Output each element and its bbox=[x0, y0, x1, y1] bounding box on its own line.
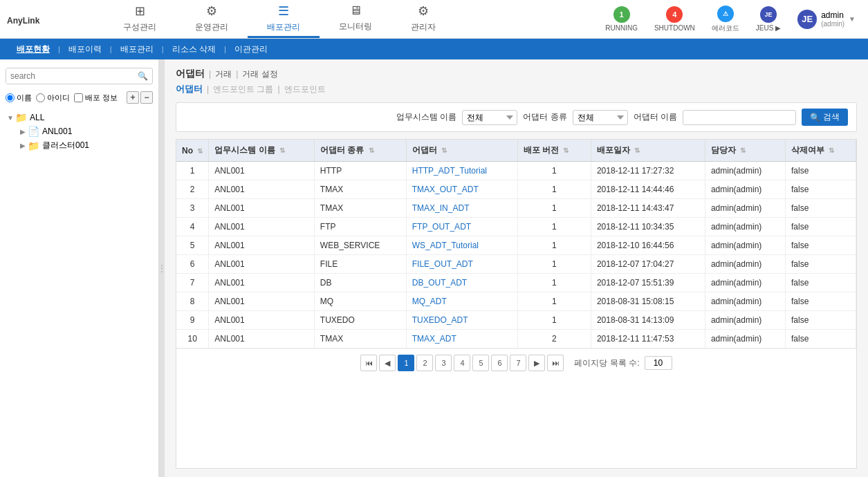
page-next-btn[interactable]: ▶ bbox=[528, 355, 545, 371]
status-shutdown[interactable]: 4 SHUTDOWN bbox=[649, 3, 701, 35]
sub-breadcrumb-ep[interactable]: 엔드포인트 bbox=[284, 84, 326, 95]
subnav-auth[interactable]: 이관관리 bbox=[229, 44, 273, 55]
cell-type: TMAX bbox=[314, 330, 406, 348]
cell-type: TMAX bbox=[314, 199, 406, 218]
sidebar-resizer[interactable]: ⋮ bbox=[159, 59, 165, 477]
cell-adapter[interactable]: FTP_OUT_ADT bbox=[406, 218, 517, 236]
radio-id-input[interactable] bbox=[36, 93, 45, 102]
page-5-btn[interactable]: 5 bbox=[472, 355, 489, 371]
add-btn[interactable]: + bbox=[127, 91, 139, 104]
adapter-name-input[interactable] bbox=[683, 110, 796, 125]
sort-no-icon: ⇅ bbox=[197, 147, 203, 155]
sort-system-icon: ⇅ bbox=[279, 147, 285, 154]
page-prev-btn[interactable]: ◀ bbox=[379, 355, 396, 371]
cell-system: ANL001 bbox=[209, 274, 314, 292]
sub-breadcrumb-ep-group[interactable]: 엔드포인트 그룹 bbox=[213, 84, 273, 95]
tree-item-all[interactable]: ▼ 📁 ALL bbox=[3, 111, 156, 124]
col-deleted: 삭제여부 ⇅ bbox=[786, 140, 856, 162]
table-header-row: No ⇅ 업무시스템 이름 ⇅ 어댑터 종류 ⇅ 어댑터 bbox=[176, 140, 856, 162]
radio-id[interactable]: 아이디 bbox=[36, 93, 70, 103]
cell-system: ANL001 bbox=[209, 311, 314, 330]
cell-adapter[interactable]: WS_ADT_Tutorial bbox=[406, 236, 517, 255]
page-1-btn[interactable]: 1 bbox=[398, 355, 414, 371]
sort-deleted-icon: ⇅ bbox=[829, 147, 834, 154]
cell-deleted: false bbox=[786, 180, 856, 199]
cell-type: TUXEDO bbox=[314, 311, 406, 330]
cell-adapter[interactable]: TMAX_OUT_ADT bbox=[406, 180, 517, 199]
cell-deleted: false bbox=[786, 199, 856, 218]
adapter-type-label: 어댑터 종류 bbox=[523, 111, 566, 123]
cell-adapter[interactable]: TMAX_IN_ADT bbox=[406, 199, 517, 218]
page-6-btn[interactable]: 6 bbox=[491, 355, 508, 371]
tab-admin[interactable]: ⚙ 관리자 bbox=[391, 0, 455, 38]
status-error[interactable]: ⚠ 에러코드 bbox=[706, 3, 745, 36]
radio-name[interactable]: 이름 bbox=[6, 93, 32, 103]
page-last-btn[interactable]: ⏭ bbox=[547, 355, 564, 371]
page-7-btn[interactable]: 7 bbox=[510, 355, 526, 371]
chevron-down-icon: ▼ bbox=[849, 15, 856, 23]
cell-adapter[interactable]: MQ_ADT bbox=[406, 292, 517, 311]
page-first-btn[interactable]: ⏮ bbox=[360, 355, 377, 371]
sub-sep-1: | bbox=[207, 84, 209, 94]
cell-no: 8 bbox=[176, 292, 209, 311]
search-button-sidebar[interactable]: 🔍 bbox=[133, 68, 152, 84]
adapter-name-label: 어댑터 이름 bbox=[634, 111, 677, 123]
tree-item-cluster001[interactable]: ▶ 📁 클러스터001 bbox=[15, 138, 156, 153]
tab-monitor-label: 모니터링 bbox=[339, 21, 372, 32]
subnav-current[interactable]: 배포현황 bbox=[11, 44, 55, 55]
cell-adapter[interactable]: HTTP_ADT_Tutorial bbox=[406, 162, 517, 180]
tree-item-anl001[interactable]: ▶ 📄 ANL001 bbox=[15, 124, 156, 138]
tab-ops[interactable]: ⚙ 운영관리 bbox=[176, 0, 248, 38]
col-version: 배포 버전 ⇅ bbox=[517, 140, 591, 162]
breadcrumb-item-1: 거래 bbox=[215, 68, 232, 80]
adapter-type-select[interactable]: 전체 bbox=[573, 110, 628, 125]
tab-config-label: 구성관리 bbox=[123, 21, 156, 33]
sort-date-icon: ⇅ bbox=[634, 147, 640, 154]
data-table: No ⇅ 업무시스템 이름 ⇅ 어댑터 종류 ⇅ 어댑터 bbox=[176, 140, 856, 348]
radio-deploy-input[interactable] bbox=[74, 93, 83, 102]
cell-no: 4 bbox=[176, 218, 209, 236]
breadcrumb: 어댑터 | 거래 | 거래 설정 bbox=[176, 68, 857, 80]
cell-version: 1 bbox=[517, 255, 591, 274]
cell-no: 9 bbox=[176, 311, 209, 330]
search-submit-button[interactable]: 🔍 검색 bbox=[802, 109, 848, 126]
cell-type: FTP bbox=[314, 218, 406, 236]
subnav-manage[interactable]: 배포관리 bbox=[115, 44, 159, 55]
user-info[interactable]: JE admin (admin) ▼ bbox=[792, 7, 861, 32]
sort-version-icon: ⇅ bbox=[563, 147, 569, 154]
cell-adapter[interactable]: TUXEDO_ADT bbox=[406, 311, 517, 330]
cell-deleted: false bbox=[786, 292, 856, 311]
table-row: 3 ANL001 TMAX TMAX_IN_ADT 1 2018-12-11 1… bbox=[176, 199, 856, 218]
cell-adapter[interactable]: TMAX_ADT bbox=[406, 330, 517, 348]
search-input[interactable] bbox=[6, 68, 133, 84]
tab-ops-label: 운영관리 bbox=[195, 21, 228, 33]
cell-deleted: false bbox=[786, 255, 856, 274]
subnav-history[interactable]: 배포이력 bbox=[63, 44, 107, 55]
subnav-delete[interactable]: 리소스 삭제 bbox=[167, 44, 221, 55]
page-2-btn[interactable]: 2 bbox=[416, 355, 433, 371]
tree-children-all: ▶ 📄 ANL001 ▶ 📁 클러스터001 bbox=[3, 124, 156, 153]
sort-manager-icon: ⇅ bbox=[740, 147, 746, 154]
tab-config[interactable]: ⊞ 구성관리 bbox=[104, 0, 176, 38]
page-size-input[interactable] bbox=[645, 356, 672, 370]
status-running[interactable]: 1 RUNNING bbox=[600, 3, 643, 35]
page-4-btn[interactable]: 4 bbox=[454, 355, 470, 371]
cell-type: MQ bbox=[314, 292, 406, 311]
tab-monitor[interactable]: 🖥 모니터링 bbox=[320, 0, 391, 38]
page-3-btn[interactable]: 3 bbox=[435, 355, 452, 371]
tab-deploy[interactable]: ☰ 배포관리 bbox=[248, 0, 320, 38]
tree-label-anl001: ANL001 bbox=[42, 127, 72, 136]
status-jeus[interactable]: JE JEUS ▶ bbox=[750, 3, 786, 35]
radio-deploy[interactable]: 배포 정보 bbox=[74, 93, 118, 103]
cell-deleted: false bbox=[786, 218, 856, 236]
user-name-block: admin (admin) bbox=[821, 10, 844, 28]
system-name-select[interactable]: 전체 bbox=[462, 110, 517, 125]
cell-adapter[interactable]: FILE_OUT_ADT bbox=[406, 255, 517, 274]
cell-version: 1 bbox=[517, 162, 591, 180]
cell-system: ANL001 bbox=[209, 255, 314, 274]
remove-btn[interactable]: − bbox=[140, 91, 153, 104]
cell-adapter[interactable]: DB_OUT_ADT bbox=[406, 274, 517, 292]
cell-system: ANL001 bbox=[209, 162, 314, 180]
cell-manager: admin(admin) bbox=[705, 162, 785, 180]
radio-name-input[interactable] bbox=[6, 93, 15, 102]
